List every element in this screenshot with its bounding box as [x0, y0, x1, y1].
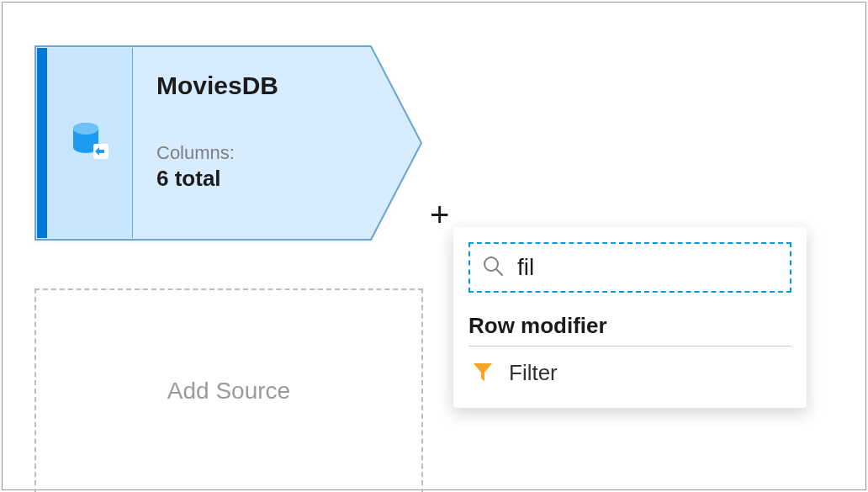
plus-icon: + — [430, 196, 449, 233]
svg-line-4 — [496, 269, 502, 275]
source-columns-label: Columns: — [156, 142, 377, 164]
transformation-picker-popup: Row modifier Filter — [453, 227, 807, 408]
source-node-accent-stripe — [37, 48, 47, 238]
search-icon — [482, 255, 504, 280]
add-source-label: Add Source — [167, 378, 290, 405]
add-transformation-button[interactable]: + — [430, 198, 449, 231]
canvas-frame: MoviesDB Columns: 6 total + Add Source R… — [2, 2, 866, 490]
transformation-search-box[interactable] — [468, 242, 791, 293]
source-columns-value: 6 total — [156, 166, 377, 192]
popup-section-header: Row modifier — [468, 313, 791, 347]
transformation-option-label: Filter — [509, 360, 558, 386]
source-node-body: MoviesDB Columns: 6 total — [133, 48, 385, 238]
filter-icon — [472, 361, 494, 386]
transformation-option-filter[interactable]: Filter — [468, 347, 791, 389]
add-source-placeholder[interactable]: Add Source — [34, 288, 423, 492]
transformation-search-input[interactable] — [516, 253, 778, 282]
svg-point-1 — [73, 123, 98, 135]
database-source-icon — [71, 120, 108, 166]
source-node-icon-area — [47, 48, 133, 238]
source-node-title: MoviesDB — [156, 71, 377, 100]
source-node[interactable]: MoviesDB Columns: 6 total — [34, 45, 423, 241]
